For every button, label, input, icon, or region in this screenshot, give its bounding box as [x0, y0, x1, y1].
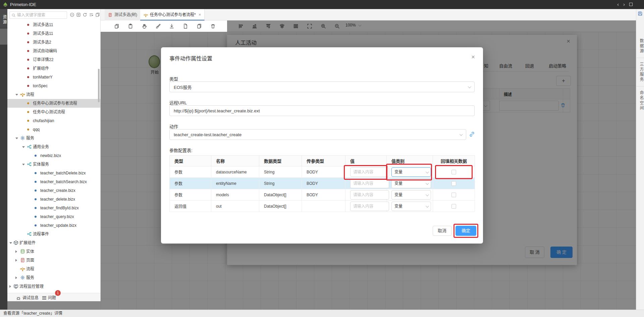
module-icon[interactable] [76, 12, 81, 17]
tree-item[interactable]: tonSpec [7, 82, 101, 90]
tree-item[interactable]: 流程 [7, 265, 101, 273]
tree-item[interactable]: 服务 [7, 134, 101, 143]
tree-item[interactable]: 实体 [7, 247, 101, 256]
value-input[interactable] [350, 202, 389, 211]
status-bar: 查看资源「teacher_create」详情 [0, 310, 644, 317]
expand-arrow-icon[interactable] [22, 146, 25, 148]
backfill-checkbox[interactable] [451, 193, 456, 197]
download-icon[interactable] [169, 23, 174, 29]
param-value-cell [345, 201, 387, 212]
tree-item[interactable]: 任务中心测试参与者流程 [7, 99, 101, 108]
tree-item[interactable]: 测试自动编码 [7, 47, 101, 55]
close-tab-icon[interactable]: × [199, 12, 201, 17]
tree-item[interactable]: 扩展组件 [7, 64, 101, 73]
value-type-select[interactable]: 变量 [391, 179, 431, 188]
debug-info-button[interactable]: 调试信息 [16, 295, 39, 301]
tree-item[interactable]: teacher_delete.bizx [7, 195, 101, 204]
pan-hand-icon[interactable] [142, 23, 147, 29]
remote-url-input[interactable]: http://${ip}:${port}/test.teacher_create… [169, 105, 475, 116]
value-input[interactable] [350, 190, 389, 200]
param-valuetype-cell: 变量 [387, 201, 433, 212]
ai-icon[interactable] [70, 12, 74, 17]
tree-item[interactable]: 订单详情22 [7, 55, 101, 64]
param-datatype-cell: String [259, 166, 302, 178]
value-input[interactable] [350, 167, 389, 177]
action-select[interactable]: teacher_create-test.teacher_create [169, 129, 466, 140]
expand-arrow-icon[interactable] [15, 276, 17, 279]
tree-item[interactable]: teacher_findById.bizx [7, 204, 101, 212]
tree-item[interactable]: 实体服务 [7, 160, 101, 169]
tree-item[interactable]: 测试多选11 [7, 29, 101, 38]
search-box[interactable] [9, 11, 67, 19]
rail-tab-secondary[interactable] [0, 29, 7, 45]
tree-item[interactable]: 流程监控管理 [7, 282, 101, 291]
expand-arrow-icon[interactable] [9, 285, 11, 288]
tree-item[interactable]: qqq [7, 125, 101, 134]
col-value-type: 值类别 [387, 156, 433, 166]
tree-item[interactable]: 通用业务 [7, 143, 101, 151]
close-icon[interactable]: × [471, 53, 475, 61]
param-name-cell: out [211, 201, 259, 212]
expand-arrow-icon[interactable] [15, 138, 18, 139]
tree-item[interactable]: tonMatterY [7, 73, 101, 82]
format-brush-icon[interactable] [155, 23, 161, 29]
link-icon[interactable] [469, 131, 475, 137]
type-select[interactable]: EOS服务 [169, 82, 475, 92]
rail-tab-third-party-services[interactable]: 三方服务 [636, 58, 644, 87]
value-input[interactable] [350, 179, 389, 188]
expand-arrow-icon[interactable] [15, 259, 17, 262]
copy-icon[interactable] [114, 23, 119, 29]
expand-arrow-icon[interactable] [22, 164, 25, 165]
tree-item[interactable]: newbiz.bizx [7, 151, 101, 160]
expand-arrow-icon[interactable] [15, 94, 18, 96]
tree-scrollbar[interactable] [98, 69, 100, 102]
clipboard-icon[interactable] [128, 23, 133, 29]
backfill-checkbox[interactable] [451, 170, 456, 174]
tree-item[interactable]: teacher_update.bizx [7, 221, 101, 230]
tree-item[interactable]: 扩展组件 [7, 239, 101, 247]
tree-item-label: tonMatterY [33, 75, 53, 80]
save-icon[interactable] [638, 11, 643, 16]
rail-tab-resources[interactable]: 资源 [0, 9, 7, 28]
tree-item[interactable]: 测试多选2 [7, 38, 101, 47]
page-copy-icon[interactable] [95, 12, 100, 17]
layout-icon[interactable] [629, 3, 633, 6]
col-param-type: 传参类型 [302, 156, 345, 166]
expand-arrow-icon[interactable] [15, 250, 17, 253]
tab-task-center-flow[interactable]: 任务中心测试参与者流程*× [140, 9, 205, 20]
tree-item[interactable]: chufashijian [7, 116, 101, 125]
refresh-icon[interactable] [83, 12, 87, 17]
value-type-select[interactable]: 变量 [391, 167, 431, 177]
problems-button[interactable]: 问题 [42, 295, 56, 300]
tree-item[interactable]: 测试多选11 [7, 20, 101, 29]
backfill-checkbox[interactable] [451, 181, 456, 186]
monitor-icon [13, 284, 18, 289]
tree-item-label: 测试多选11 [33, 22, 53, 27]
cancel-button[interactable]: 取消 [433, 226, 451, 236]
nav-forward-icon[interactable]: › [623, 1, 625, 7]
nav-back-icon[interactable]: ‹ [617, 1, 619, 7]
tree-item[interactable]: teacher_batchSearch.bizx [7, 177, 101, 186]
delete-icon[interactable] [210, 23, 216, 29]
tree-item[interactable]: 任务中心测试流程 [7, 108, 101, 116]
expand-arrow-icon[interactable] [9, 242, 12, 244]
tree-item[interactable]: 服务 [7, 273, 101, 282]
ok-button[interactable]: 确定 [455, 226, 476, 236]
rail-tab-datasource[interactable]: 数据源 [636, 35, 644, 58]
tree-item[interactable]: teacher_query.bizx [7, 212, 101, 221]
tree-item[interactable]: teacher_batchDelete.bizx [7, 169, 101, 177]
search-input[interactable] [17, 13, 64, 17]
duplicate-icon[interactable] [197, 23, 202, 29]
backfill-checkbox[interactable] [451, 204, 456, 209]
branch-icon [27, 144, 32, 149]
tree-item[interactable]: 页面 [7, 256, 101, 265]
tree-item[interactable]: 流程事件 [7, 230, 101, 239]
collapse-all-icon[interactable] [89, 12, 94, 17]
tree-item-label: 流程 [26, 267, 34, 271]
tree-item[interactable]: 流程 [7, 90, 101, 99]
tree-item[interactable]: teacher_create.bizx [7, 186, 101, 195]
file-icon[interactable] [183, 23, 188, 29]
value-type-select[interactable]: 变量 [391, 202, 431, 211]
rail-tab-namespace[interactable]: 命名空间 [636, 87, 644, 115]
value-type-select[interactable]: 变量 [391, 190, 431, 200]
